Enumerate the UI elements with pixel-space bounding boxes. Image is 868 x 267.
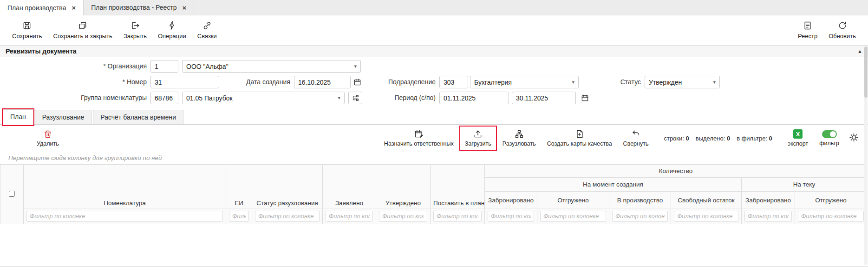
save-button[interactable]: Сохранить <box>7 19 48 42</box>
column-header-reserved-creation[interactable]: Забронировано <box>485 192 537 208</box>
filter-toggle-button[interactable]: фильтр <box>815 128 843 149</box>
link-icon <box>202 21 212 30</box>
column-header-to-plan[interactable]: Поставить в план <box>431 165 485 208</box>
excel-export-icon: X <box>793 129 803 139</box>
filter-cell <box>485 208 537 224</box>
collapse-rows-label: Свернуть <box>623 140 649 147</box>
close-document-icon <box>131 21 140 30</box>
collapse-section-icon[interactable]: ▲ <box>857 48 862 54</box>
section-title: Реквизиты документа <box>6 47 77 55</box>
column-header-reserved-current[interactable]: Забронировано <box>742 192 795 208</box>
close-button[interactable]: Закрыть <box>118 19 152 42</box>
period-label: Период (с/по) <box>362 92 436 104</box>
filter-input-reserved-creation[interactable] <box>488 211 534 222</box>
links-label: Связки <box>197 33 217 40</box>
registry-label: Реестр <box>798 33 817 40</box>
document-section-header: Реквизиты документа ▲ <box>0 45 868 57</box>
filter-input-to-plan[interactable] <box>433 211 482 222</box>
filter-input-approved[interactable] <box>379 211 427 222</box>
number-field[interactable] <box>150 76 219 88</box>
status-select[interactable]: Утвержден ▾ <box>645 76 720 88</box>
department-label: Подразделение <box>362 76 436 88</box>
delete-button[interactable]: Удалить <box>33 127 63 149</box>
app-window: План производства × План производства - … <box>0 0 868 267</box>
gear-icon <box>849 136 859 144</box>
toggle-on-icon[interactable] <box>822 130 837 138</box>
filter-cell <box>431 208 485 224</box>
calendar-icon[interactable] <box>352 76 362 88</box>
window-tab-registry[interactable]: План производства - Реестр × <box>84 0 194 15</box>
filter-input-reserved-current[interactable] <box>744 211 792 222</box>
refresh-icon <box>838 21 847 30</box>
calendar-icon[interactable] <box>580 92 590 104</box>
operations-button[interactable]: Операции <box>152 19 192 42</box>
assign-responsible-label: Назначить ответственных <box>384 140 454 147</box>
department-code-field[interactable] <box>439 76 468 88</box>
tab-plan[interactable]: План <box>3 109 33 125</box>
column-header-nomenclature[interactable]: Номенклатура <box>24 165 226 208</box>
window-tab-label: План производства <box>7 4 66 12</box>
group-by-hint[interactable]: Перетащите сюда колонку для группировки … <box>0 152 868 164</box>
column-header-shipped-creation[interactable]: Отгружено <box>537 192 609 208</box>
nomenclature-group-select[interactable]: 01.05 Патрубок ▾ <box>182 92 345 104</box>
grid-settings-button[interactable] <box>846 130 861 147</box>
select-all-checkbox[interactable] <box>9 191 15 197</box>
tree-select-button[interactable] <box>348 92 362 104</box>
registry-icon <box>803 21 812 30</box>
column-header-unit[interactable]: ЕИ <box>226 165 252 208</box>
filter-input-requested[interactable] <box>326 211 373 222</box>
status-value: Утвержден <box>649 79 682 86</box>
period-to-field[interactable] <box>512 92 576 104</box>
organization-select[interactable]: ООО "Альфа" ▾ <box>182 60 361 73</box>
filter-cell <box>376 208 431 224</box>
column-header-shipped-current[interactable]: Отгружено <box>795 192 867 208</box>
save-label: Сохранить <box>12 33 42 40</box>
window-tab-bar: План производства × План производства - … <box>0 0 868 15</box>
links-button[interactable]: Связки <box>192 19 222 42</box>
collapse-button[interactable]: Свернуть <box>619 127 653 149</box>
filter-input-nomenclature[interactable] <box>26 211 223 222</box>
nomenclature-group-code-field[interactable] <box>150 92 178 104</box>
creation-date-field[interactable] <box>294 76 351 88</box>
column-header-explode-status[interactable]: Статус разузлования <box>252 165 323 208</box>
refresh-button[interactable]: Обновить <box>823 19 861 42</box>
column-header-free-balance[interactable]: Свободный остаток <box>671 192 742 208</box>
filter-input-in-production[interactable] <box>612 211 668 222</box>
filter-cell <box>252 208 323 224</box>
create-quality-cards-button[interactable]: Создать карты качества <box>543 127 616 149</box>
filter-input-shipped-current[interactable] <box>798 211 864 222</box>
filter-cell <box>323 208 376 224</box>
close-tab-icon[interactable]: × <box>183 4 187 12</box>
close-tab-icon[interactable]: × <box>72 4 76 12</box>
window-tab-plan[interactable]: План производства × <box>0 0 84 15</box>
period-from-field[interactable] <box>439 92 509 104</box>
export-button[interactable]: X экспорт <box>783 127 812 149</box>
filter-input-shipped-creation[interactable] <box>540 211 606 222</box>
filtered-counter: в фильтре: 0 <box>737 135 772 142</box>
explode-label: Разузловать <box>503 140 536 147</box>
filter-input-explode-status[interactable] <box>255 211 320 222</box>
filter-input-unit[interactable] <box>229 211 249 222</box>
tab-time-balance[interactable]: Расчёт баланса времени <box>93 110 183 124</box>
organization-code-field[interactable] <box>150 60 178 73</box>
load-button[interactable]: Загрузить <box>461 127 496 149</box>
column-header-approved[interactable]: Утверждено <box>376 165 431 208</box>
operations-label: Операции <box>158 33 186 40</box>
column-header-in-production[interactable]: В производство <box>609 192 671 208</box>
content-tab-bar: План Разузлование Расчёт баланса времени <box>0 108 868 125</box>
selected-counter: выделено: 0 <box>696 135 730 142</box>
tab-explode[interactable]: Разузлование <box>35 110 92 124</box>
assign-responsible-button[interactable]: Назначить ответственных <box>380 127 458 149</box>
explode-button[interactable]: Разузловать <box>498 127 540 149</box>
filter-input-free-balance[interactable] <box>674 211 738 222</box>
scrollbar-thumb[interactable] <box>864 47 868 98</box>
create-quality-cards-label: Создать карты качества <box>547 140 612 147</box>
registry-button[interactable]: Реестр <box>792 19 823 42</box>
vertical-scrollbar[interactable] <box>864 47 868 265</box>
chevron-down-icon: ▾ <box>713 79 716 85</box>
department-select[interactable]: Бухгалтерия ▾ <box>470 76 579 88</box>
grid-counters: строки: 0 выделено: 0 в фильтре: 0 <box>664 135 772 142</box>
column-header-requested[interactable]: Заявлено <box>323 165 376 208</box>
save-and-close-button[interactable]: Сохранить и закрыть <box>48 19 118 42</box>
chevron-down-icon: ▾ <box>338 95 340 101</box>
